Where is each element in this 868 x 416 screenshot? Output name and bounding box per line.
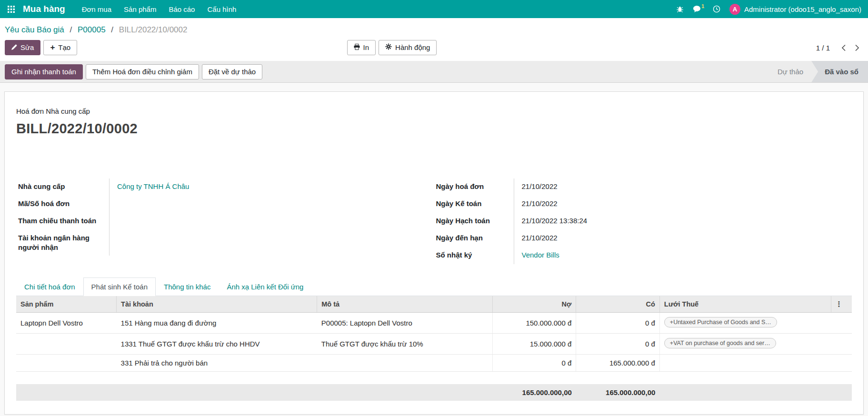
due-date-value[interactable]: 21/10/2022 [514,230,558,247]
cell-credit: 0 đ [576,313,660,334]
cell-product [16,334,117,355]
cell-product [16,355,117,372]
apps-menu-icon[interactable] [0,0,22,18]
breadcrumb-current: BILL/2022/10/0002 [119,25,188,34]
action-button[interactable]: Hành động [379,40,437,55]
cell-account: 151 Hàng mua đang đi đường [117,313,317,334]
table-row[interactable]: Laptopn Dell Vostro 151 Hàng mua đang đi… [16,313,852,334]
pager-count: 1 / 1 [816,44,830,52]
cell-credit: 165.000.000 đ [576,355,660,372]
table-header-row: Sản phẩm Tài khoản Mô tả Nợ Có Lưới Thuế… [16,296,852,313]
field-bill-date: Ngày hoá đơn 21/10/2022 [434,178,828,196]
posting-date-value[interactable]: 21/10/2022 13:38:24 [514,213,588,230]
payment-reference-value[interactable] [110,213,117,230]
total-credit: 165.000.000,00 [576,384,660,401]
navbar-menus: Đơn mua Sản phẩm Báo cáo Cấu hình [76,0,243,18]
col-header-debit[interactable]: Nợ [492,296,576,313]
breadcrumb-separator: / [70,25,72,34]
form-view: Hoá đơn Nhà cung cấp BILL/2022/10/0002 N… [0,83,868,415]
control-panel: Sửa + Tạo In [0,38,868,61]
field-groups: Nhà cung cấp Công ty TNHH Á Châu Mã/Số h… [16,178,852,264]
grid-icon [8,6,15,13]
document-title: BILL/2022/10/0002 [16,121,852,137]
status-bar: Ghi nhận thanh toán Thêm Hoá đơn điều ch… [0,61,868,83]
total-debit: 165.000.000,00 [492,384,576,401]
field-bill-reference: Mã/Số hoá đơn [16,196,410,213]
menu-products[interactable]: Sản phẩm [118,0,162,18]
field-group-left: Nhà cung cấp Công ty TNHH Á Châu Mã/Số h… [16,178,434,264]
print-button[interactable]: In [347,40,376,55]
col-header-credit[interactable]: Có [576,296,660,313]
tab-counterpart-mapping[interactable]: Ánh xạ Liên kết Đối ứng [219,277,311,296]
breadcrumb-item-p00005[interactable]: P00005 [78,25,106,34]
field-accounting-date: Ngày Kế toán 21/10/2022 [434,196,828,213]
table-row[interactable]: 331 Phải trả cho người bán 0 đ 165.000.0… [16,355,852,372]
debug-bug-icon[interactable] [676,5,684,13]
recipient-bank-value[interactable] [110,230,117,256]
pager-previous-button[interactable] [840,43,847,52]
totals-row: 165.000.000,00 165.000.000,00 [16,384,852,401]
state-draft[interactable]: Dự thảo [769,61,811,82]
navbar-left: Mua hàng Đơn mua Sản phẩm Báo cáo Cấu hì… [0,0,242,18]
pager-next-button[interactable] [854,43,860,52]
messages-count-badge: 1 [701,3,704,9]
user-menu[interactable]: A Administrator (odoo15_anglo_saxon) [729,4,861,15]
accounting-date-value[interactable]: 21/10/2022 [514,196,558,213]
optional-columns-icon[interactable]: ⋮ [836,300,843,308]
tab-journal-items[interactable]: Phát sinh Kế toán [83,277,156,296]
cell-credit: 0 đ [576,334,660,355]
menu-orders[interactable]: Đơn mua [76,0,118,18]
table-row[interactable]: 1331 Thuế GTGT được khấu trừ cho HHDV Th… [16,334,852,355]
journal-items-table: Sản phẩm Tài khoản Mô tả Nợ Có Lưới Thuế… [16,296,852,372]
cell-debit: 15.000.000 đ [492,334,576,355]
breadcrumb: Yêu cầu Báo giá / P00005 / BILL/2022/10/… [0,18,868,38]
col-header-tax-grids[interactable]: Lưới Thuế [659,296,831,313]
reset-to-draft-button[interactable]: Đặt về dự thảo [202,64,262,79]
breadcrumb-item-rfq[interactable]: Yêu cầu Báo giá [5,25,64,34]
bill-reference-value[interactable] [110,196,117,213]
vendor-link[interactable]: Công ty TNHH Á Châu [117,182,189,190]
menu-configuration[interactable]: Cấu hình [201,0,242,18]
avatar: A [729,4,740,15]
col-header-product[interactable]: Sản phẩm [16,296,117,313]
top-navbar: Mua hàng Đơn mua Sản phẩm Báo cáo Cấu hì… [0,0,868,18]
menu-reporting[interactable]: Báo cáo [162,0,201,18]
col-header-account[interactable]: Tài khoản [117,296,317,313]
navbar-right: 1 A Administrator (odoo15_anglo_saxon) [676,0,861,18]
tax-tag: +Untaxed Purchase of Goods and S… [664,317,777,327]
document-type-label: Hoá đơn Nhà cung cấp [16,107,852,115]
register-payment-button[interactable]: Ghi nhận thanh toán [5,64,83,79]
cell-description: P00005: Laptopn Dell Vostro [317,313,493,334]
notebook-tabs: Chi tiết hoá đơn Phát sinh Kế toán Thông… [16,277,852,296]
field-recipient-bank: Tài khoản ngân hàng người nhận [16,230,410,256]
cell-account: 1331 Thuế GTGT được khấu trừ cho HHDV [117,334,317,355]
tab-invoice-lines[interactable]: Chi tiết hoá đơn [16,277,83,296]
control-center: In Hành động [22,40,761,55]
field-due-date: Ngày đến hạn 21/10/2022 [434,230,828,247]
cell-product: Laptopn Dell Vostro [16,313,117,334]
field-vendor: Nhà cung cấp Công ty TNHH Á Châu [16,178,410,196]
field-group-right: Ngày hoá đơn 21/10/2022 Ngày Kế toán 21/… [434,178,852,264]
add-credit-note-button[interactable]: Thêm Hoá đơn điều chỉnh giảm [86,64,199,79]
pager: 1 / 1 [816,43,860,52]
printer-icon [354,43,360,52]
statusbar-buttons: Ghi nhận thanh toán Thêm Hoá đơn điều ch… [5,64,262,79]
tab-other-info[interactable]: Thông tin khác [156,277,219,296]
field-journal: Sổ nhật ký Vendor Bills [434,247,828,264]
cell-account: 331 Phải trả cho người bán [117,355,317,372]
state-pipeline: Dự thảo Đã vào sổ [769,61,868,82]
field-posting-date: Ngày Hạch toán 21/10/2022 13:38:24 [434,213,828,230]
messages-icon[interactable]: 1 [693,5,704,13]
cell-description [317,355,493,372]
col-header-description[interactable]: Mô tả [317,296,493,313]
state-posted[interactable]: Đã vào sổ [811,61,868,82]
journal-link[interactable]: Vendor Bills [522,251,559,259]
activities-clock-icon[interactable] [713,5,720,13]
app-name[interactable]: Mua hàng [23,4,65,14]
sheet: Hoá đơn Nhà cung cấp BILL/2022/10/0002 N… [4,91,864,415]
pencil-icon [11,43,17,52]
bill-date-value[interactable]: 21/10/2022 [514,178,558,196]
breadcrumb-separator: / [111,25,113,34]
gear-icon [385,43,392,52]
tax-tag: +VAT on purchase of goods and ser… [664,338,776,348]
